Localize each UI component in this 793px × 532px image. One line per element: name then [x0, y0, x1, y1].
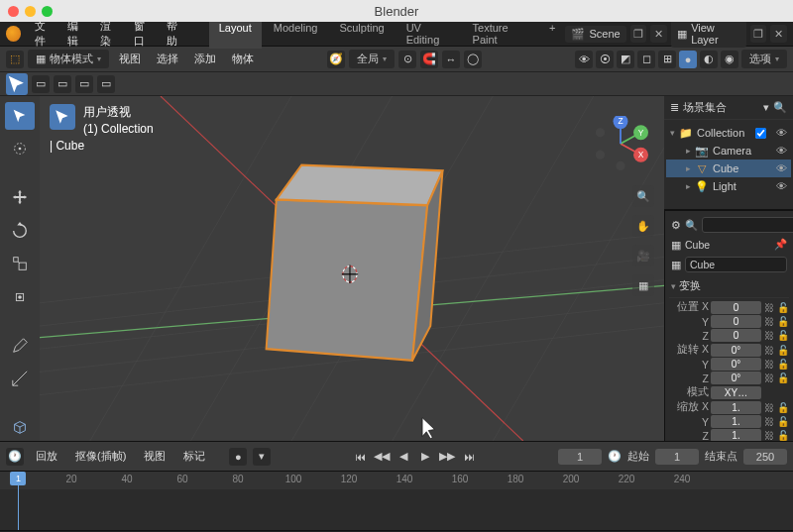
view-layer-selector[interactable]: ▦ View Layer [671, 20, 745, 48]
auto-key-toggle[interactable]: ● [229, 448, 247, 466]
playhead[interactable]: 1 [18, 472, 19, 530]
object-name-field[interactable]: Cube [685, 257, 787, 272]
outliner-object-cube[interactable]: ▸ ▽ Cube 👁 [666, 160, 791, 177]
add-cube-tool[interactable] [5, 413, 35, 441]
select-mode-extend[interactable]: ▭ [54, 75, 71, 93]
object-mode-dropdown[interactable]: ▦ 物体模式 ▾ [28, 50, 109, 68]
xray-toggle[interactable]: ◻ [637, 51, 655, 68]
eye-icon[interactable]: 👁 [776, 180, 787, 192]
transform-tool[interactable] [5, 283, 35, 311]
pan-button[interactable]: ✋ [632, 215, 654, 237]
search-icon[interactable]: 🔍 [773, 101, 787, 114]
rotation-x-field[interactable]: 0° [711, 344, 761, 357]
jump-end-button[interactable]: ⏭ [459, 448, 479, 466]
zoom-button[interactable]: 🔍 [632, 185, 654, 207]
timeline-ruler[interactable]: 0 20 40 60 80 100 120 140 160 180 200 22… [0, 472, 793, 489]
select-tool-icon[interactable] [6, 73, 28, 95]
tab-sculpting[interactable]: Sculpting [329, 19, 394, 49]
tab-uv-editing[interactable]: UV Editing [396, 19, 461, 49]
move-tool[interactable] [5, 183, 35, 211]
timeline-keying-menu[interactable]: 抠像(插帧) [69, 449, 132, 464]
delete-scene-button[interactable]: ✕ [650, 25, 667, 43]
snap-type-dropdown[interactable]: ↔ [442, 51, 460, 68]
camera-view-button[interactable]: 🎥 [632, 245, 654, 266]
outliner-tree[interactable]: ▾ 📁 Collection 👁 ▸ 📷 Camera 👁 ▸ ▽ Cube [664, 120, 793, 199]
minimize-window-button[interactable] [25, 6, 36, 17]
eye-icon[interactable]: 👁 [776, 127, 787, 139]
tab-texture-paint[interactable]: Texture Paint [463, 19, 537, 49]
pivot-dropdown[interactable]: ⊙ [398, 51, 416, 68]
orientation-icon[interactable]: 🧭 [327, 51, 345, 68]
location-y-field[interactable]: 0 [711, 315, 761, 328]
start-frame-field[interactable]: 1 [655, 449, 699, 465]
shading-material[interactable]: ◐ [700, 51, 718, 68]
scale-z-field[interactable]: 1. [711, 429, 761, 441]
select-box-tool[interactable] [5, 102, 35, 130]
menu-edit[interactable]: 编辑 [61, 19, 94, 49]
perspective-toggle-button[interactable]: ▦ [632, 274, 654, 296]
header-menu-add[interactable]: 添加 [188, 52, 222, 66]
triangle-right-icon[interactable]: ▸ [686, 163, 691, 173]
annotate-tool[interactable] [5, 332, 35, 360]
header-menu-object[interactable]: 物体 [226, 52, 260, 66]
jump-start-button[interactable]: ⏮ [350, 448, 370, 466]
gizmo-toggle[interactable]: ⦿ [596, 51, 614, 68]
timeline-track-area[interactable]: 0 20 40 60 80 100 120 140 160 180 200 22… [0, 471, 793, 530]
pin-icon[interactable]: 📌 [774, 238, 787, 251]
navigation-gizmo[interactable]: X Y Z [593, 116, 648, 171]
triangle-right-icon[interactable]: ▸ [686, 181, 691, 191]
new-layer-button[interactable]: ❐ [750, 25, 767, 43]
timeline-marker-menu[interactable]: 标记 [177, 449, 211, 464]
timeline-playback-menu[interactable]: 回放 [30, 449, 63, 464]
location-x-field[interactable]: 0 [711, 301, 761, 314]
menu-window[interactable]: 窗口 [128, 19, 161, 49]
collection-checkbox[interactable] [755, 128, 766, 139]
properties-search-input[interactable] [702, 217, 793, 233]
timeline-editor-icon[interactable]: 🕐 [6, 448, 24, 466]
prev-keyframe-button[interactable]: ◀◀ [372, 448, 392, 466]
outliner-object-camera[interactable]: ▸ 📷 Camera 👁 [666, 142, 791, 160]
rotation-mode-dropdown[interactable]: XY… [711, 386, 761, 399]
3d-viewport[interactable]: 用户透视 (1) Collection | Cube X Y Z 🔍 ✋ 🎥 ▦ [40, 96, 664, 441]
menu-render[interactable]: 渲染 [94, 19, 127, 49]
lock-icon[interactable]: 🔓 [777, 302, 789, 313]
scale-x-field[interactable]: 1. [711, 401, 761, 414]
close-window-button[interactable] [8, 6, 19, 17]
select-mode-intersect[interactable]: ▭ [97, 75, 115, 93]
new-scene-button[interactable]: ❐ [630, 25, 647, 43]
tab-add-workspace[interactable]: + [539, 19, 565, 49]
eye-icon[interactable]: 👁 [776, 145, 787, 157]
play-reverse-button[interactable]: ◀ [394, 448, 413, 466]
transform-section-header[interactable]: ▾ 变换 [669, 275, 789, 298]
header-menu-view[interactable]: 视图 [113, 52, 147, 66]
default-cube[interactable] [267, 165, 443, 361]
options-dropdown[interactable]: 选项 ▾ [741, 50, 787, 68]
overlays-toggle[interactable]: ◩ [617, 51, 634, 68]
triangle-down-icon[interactable]: ▾ [670, 128, 675, 138]
keying-set-dropdown[interactable]: ▾ [253, 448, 271, 466]
outliner-editor-icon[interactable]: ≣ [670, 101, 679, 114]
current-frame-field[interactable]: 1 [558, 449, 602, 465]
scale-y-field[interactable]: 1. [711, 415, 761, 428]
measure-tool[interactable] [5, 366, 35, 393]
proportional-edit-toggle[interactable]: ◯ [464, 51, 482, 68]
rotation-y-field[interactable]: 0° [711, 358, 761, 371]
visibility-toggle[interactable]: 👁 [575, 51, 593, 68]
end-frame-field[interactable]: 250 [743, 449, 787, 465]
editor-type-dropdown[interactable]: ⬚ [6, 51, 24, 68]
header-menu-select[interactable]: 选择 [151, 52, 184, 66]
link-icon[interactable]: ⛓ [763, 302, 775, 313]
delete-layer-button[interactable]: ✕ [770, 25, 787, 43]
tab-layout[interactable]: Layout [209, 19, 262, 49]
select-mode-new[interactable]: ▭ [32, 75, 50, 93]
outliner-collection-row[interactable]: ▾ 📁 Collection 👁 [666, 124, 791, 142]
shading-solid[interactable]: ● [679, 51, 697, 68]
outliner-object-light[interactable]: ▸ 💡 Light 👁 [666, 177, 791, 195]
snap-toggle[interactable]: 🧲 [420, 51, 438, 68]
orientation-dropdown[interactable]: 全局 ▾ [349, 50, 395, 68]
scale-tool[interactable] [5, 251, 35, 278]
eye-icon[interactable]: 👁 [776, 162, 787, 174]
play-button[interactable]: ▶ [415, 448, 435, 466]
rotation-z-field[interactable]: 0° [711, 372, 761, 384]
select-mode-subtract[interactable]: ▭ [75, 75, 93, 93]
